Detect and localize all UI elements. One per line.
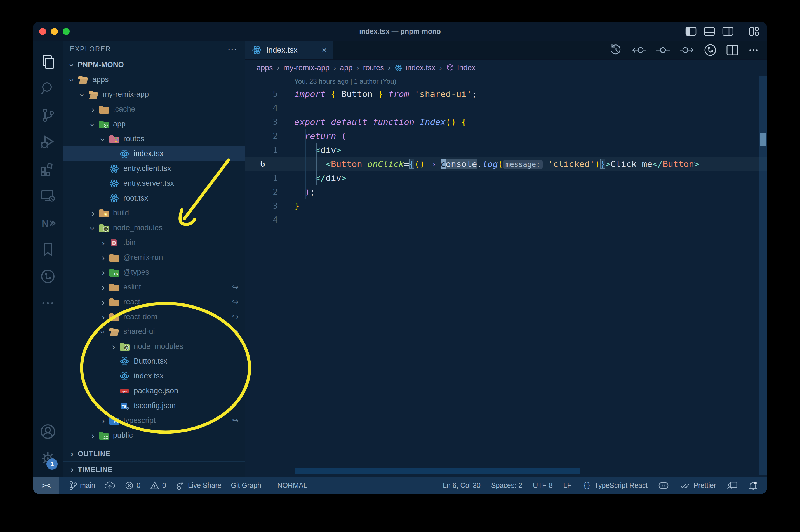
tree-item-entry-server-tsx[interactable]: entry.server.tsx xyxy=(63,176,245,191)
code-line-5[interactable]: 1 <div> xyxy=(245,143,767,157)
breadcrumb-item-my-remix-app[interactable]: my-remix-app xyxy=(283,63,329,72)
tab-index-tsx[interactable]: index.tsx × xyxy=(245,41,333,59)
layout-customize-icon[interactable] xyxy=(748,27,760,36)
code-line-4[interactable]: 2 return ( xyxy=(245,129,767,143)
tree-item-button-tsx[interactable]: Button.tsx xyxy=(63,354,245,369)
chevron-right-icon[interactable]: › xyxy=(98,238,109,247)
git-blame-codelens[interactable]: You, 23 hours ago | 1 author (You) xyxy=(294,76,767,87)
tree-item-node-modules[interactable]: ›JSnode_modules xyxy=(63,221,245,235)
status-eol[interactable]: LF xyxy=(563,481,571,490)
tree-item-build[interactable]: ›build xyxy=(63,206,245,221)
layout-sidebar-right-icon[interactable] xyxy=(722,27,734,36)
chevron-right-icon[interactable]: › xyxy=(87,209,98,217)
code-editor[interactable]: You, 23 hours ago | 1 author (You) 5impo… xyxy=(245,76,767,477)
activity-more-views-icon[interactable] xyxy=(37,290,58,317)
timeline-section[interactable]: › TIMELINE xyxy=(63,461,245,477)
status-feedback[interactable] xyxy=(727,481,737,490)
code-line-9[interactable]: 3} xyxy=(245,199,767,213)
chevron-down-icon[interactable]: › xyxy=(77,90,88,99)
zoom-window-button[interactable] xyxy=(63,28,70,35)
activity-remote-explorer-icon[interactable] xyxy=(37,183,58,209)
code-line-1[interactable]: 5import { Button } from 'shared-ui'; xyxy=(245,87,767,101)
minimize-window-button[interactable] xyxy=(51,28,58,35)
tree-item-typescript[interactable]: ›TStypescript↪ xyxy=(63,413,245,428)
tree-item-node-modules[interactable]: ›JSnode_modules xyxy=(63,339,245,354)
status-errors[interactable]: 0 xyxy=(125,481,140,490)
chevron-down-icon[interactable]: › xyxy=(98,135,109,144)
breadcrumb-item-apps[interactable]: apps xyxy=(256,63,273,72)
tree-item-apps[interactable]: › apps xyxy=(63,72,245,87)
status-language-mode[interactable]: {}TypeScript React xyxy=(582,481,648,490)
file-history-icon[interactable] xyxy=(704,44,717,57)
activity-source-control-icon[interactable] xyxy=(37,102,58,129)
activity-extensions-icon[interactable] xyxy=(37,155,58,183)
chevron-right-icon[interactable]: › xyxy=(98,416,109,425)
close-tab-icon[interactable]: × xyxy=(322,45,327,55)
chevron-right-icon[interactable]: › xyxy=(87,105,98,114)
code-line-7[interactable]: 1 </div> xyxy=(245,171,767,185)
tree-item-react[interactable]: ›react↪ xyxy=(63,294,245,309)
code-line-2[interactable]: 4 xyxy=(245,101,767,115)
vertical-scrollbar[interactable] xyxy=(759,76,767,475)
tree-item--remix-run[interactable]: ›@remix-run xyxy=(63,250,245,265)
code-line-8[interactable]: 2 ); xyxy=(245,185,767,199)
breadcrumb-item-index[interactable]: Index xyxy=(446,63,476,72)
activity-nx-console-icon[interactable]: N xyxy=(37,209,58,236)
layout-sidebar-icon[interactable] xyxy=(685,27,697,36)
workspace-root-row[interactable]: › PNPM-MONO xyxy=(63,57,245,72)
prev-change-icon[interactable] xyxy=(632,44,646,56)
chevron-right-icon[interactable]: › xyxy=(87,431,98,440)
chevron-right-icon[interactable]: › xyxy=(98,253,109,262)
tree-item-my-remix-app[interactable]: › my-remix-app xyxy=(63,87,245,102)
breadcrumb-item-routes[interactable]: routes xyxy=(363,63,384,72)
chevron-right-icon[interactable]: › xyxy=(98,298,109,307)
history-icon[interactable] xyxy=(610,44,622,56)
status-sync-publish[interactable] xyxy=(104,481,115,490)
tree-item-shared-ui[interactable]: › shared-ui↪ xyxy=(63,324,245,339)
tree-item-package-json[interactable]: npmpackage.json xyxy=(63,383,245,398)
chevron-right-icon[interactable]: › xyxy=(108,342,119,351)
activity-bookmarks-icon[interactable] xyxy=(37,236,58,263)
status-indentation[interactable]: Spaces: 2 xyxy=(491,481,522,490)
status-warnings[interactable]: 0 xyxy=(150,481,166,490)
chevron-down-icon[interactable]: › xyxy=(98,327,109,336)
status-git-branch[interactable]: main xyxy=(69,481,95,490)
more-actions-icon[interactable] xyxy=(748,44,759,56)
status-git-graph[interactable]: Git Graph xyxy=(231,481,261,490)
activity-git-graph-icon[interactable] xyxy=(37,263,58,290)
horizontal-scrollbar[interactable] xyxy=(295,468,579,474)
tree-item-react-dom[interactable]: ›react-dom↪ xyxy=(63,309,245,324)
status-vim-mode[interactable]: -- NORMAL -- xyxy=(271,481,313,490)
status-cursor-position[interactable]: Ln 6, Col 30 xyxy=(443,481,480,490)
tree-item-routes[interactable]: ›routes xyxy=(63,131,245,146)
activity-settings-gear-icon[interactable]: 1 xyxy=(37,445,58,472)
activity-run-debug-icon[interactable] xyxy=(37,129,58,155)
status-live-share[interactable]: Live Share xyxy=(176,481,222,490)
chevron-right-icon[interactable]: › xyxy=(98,312,109,321)
chevron-right-icon[interactable]: › xyxy=(98,268,109,277)
chevron-down-icon[interactable]: › xyxy=(87,224,98,232)
tree-item--bin[interactable]: ›01.bin xyxy=(63,235,245,250)
outline-section[interactable]: › OUTLINE xyxy=(63,445,245,461)
tree-item-index-tsx[interactable]: index.tsx xyxy=(63,146,245,161)
code-line-3[interactable]: 3export default function Index() { xyxy=(245,115,767,129)
breadcrumb-item-app[interactable]: app xyxy=(340,63,353,72)
activity-account-icon[interactable] xyxy=(37,418,58,445)
tree-item-public[interactable]: ›public xyxy=(63,428,245,443)
tree-item-root-tsx[interactable]: root.tsx xyxy=(63,191,245,206)
next-change-icon[interactable] xyxy=(680,44,694,56)
status-copilot[interactable] xyxy=(658,481,669,490)
code-line-10[interactable]: 4 xyxy=(245,213,767,227)
chevron-down-icon[interactable]: › xyxy=(66,75,78,84)
activity-search-icon[interactable] xyxy=(37,75,58,102)
activity-explorer-icon[interactable] xyxy=(37,48,58,75)
code-line-6[interactable]: 6 <Button onClick={() ⇒ console.log(mess… xyxy=(245,157,767,171)
split-editor-icon[interactable] xyxy=(726,44,739,56)
layout-panel-icon[interactable] xyxy=(704,27,715,36)
breadcrumb-item-index-tsx[interactable]: index.tsx xyxy=(395,63,436,73)
explorer-more-actions-icon[interactable]: ⋯ xyxy=(227,43,237,55)
tree-item--types[interactable]: ›TS@types xyxy=(63,265,245,280)
status-notifications[interactable] xyxy=(748,481,758,490)
close-window-button[interactable] xyxy=(39,28,46,35)
tree-item-tsconfig-json[interactable]: TStsconfig.json xyxy=(63,398,245,413)
